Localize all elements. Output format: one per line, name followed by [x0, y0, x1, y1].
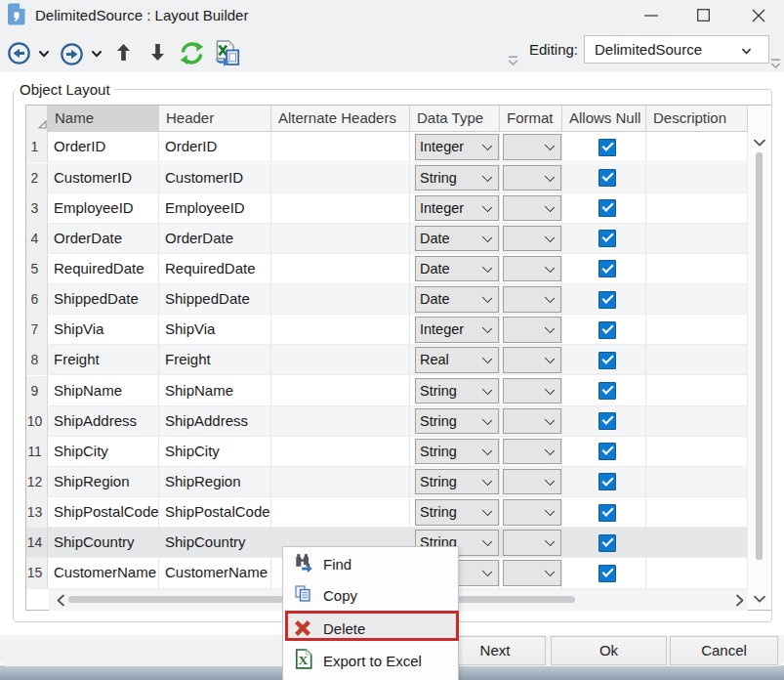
svg-text:X: X [299, 653, 309, 667]
